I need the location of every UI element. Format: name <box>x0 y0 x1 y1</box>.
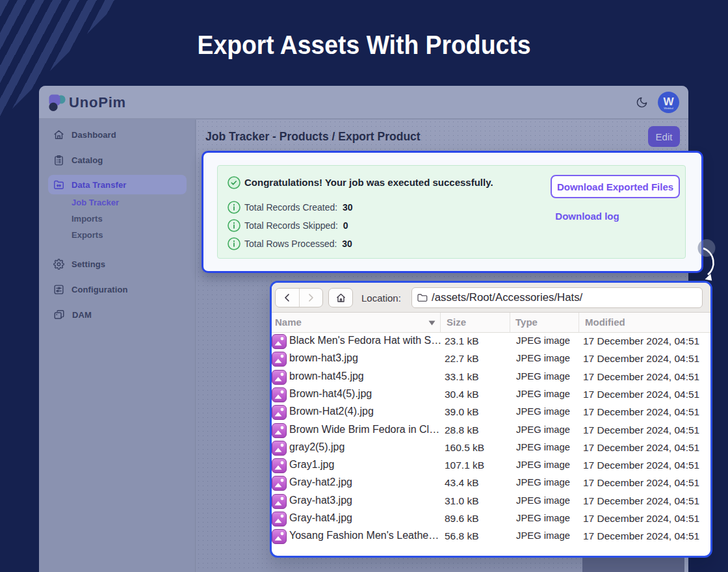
svg-text:W: W <box>663 96 674 108</box>
svg-text:Webkul: Webkul <box>664 107 673 110</box>
